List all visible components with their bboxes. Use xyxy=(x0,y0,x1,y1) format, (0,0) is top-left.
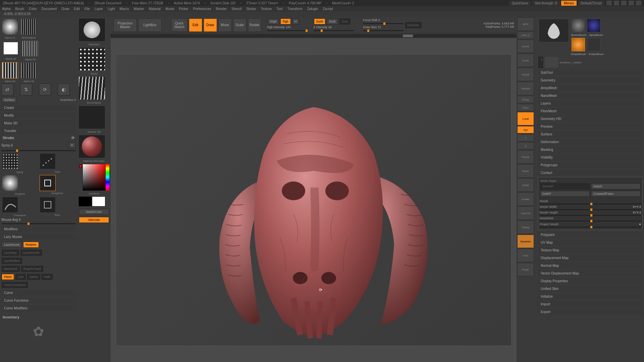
relative-button[interactable]: Relative xyxy=(23,242,39,248)
menu-marker[interactable]: Marker xyxy=(133,7,144,11)
preview-section[interactable]: Preview xyxy=(538,123,643,130)
hue-slider[interactable] xyxy=(106,164,109,191)
stroke-dragrect-thumb[interactable] xyxy=(40,175,56,191)
frame-button[interactable]: Frame xyxy=(517,150,534,164)
actual-button[interactable]: Actual xyxy=(517,68,534,81)
spherebrush-thumb[interactable] xyxy=(572,19,585,32)
swatch-black[interactable] xyxy=(78,196,92,206)
swatch-white[interactable] xyxy=(92,196,105,206)
curvemod-section[interactable]: Curve Modifiers xyxy=(1,305,76,311)
create-section[interactable]: Create xyxy=(1,105,76,111)
visibility-section[interactable]: Visibility xyxy=(538,154,643,161)
rgb-intensity-label[interactable]: Rgb Intensity 100 xyxy=(267,25,308,29)
displacementmap-section[interactable]: Displacement Map xyxy=(538,255,643,261)
polypaint-section[interactable]: Polypaint xyxy=(538,232,643,238)
make3d-section[interactable]: Make 3D xyxy=(1,120,76,126)
storemt-button[interactable]: StoreMT xyxy=(540,183,590,189)
trackcurv-button[interactable]: Track Curvature xyxy=(2,282,28,288)
zsub-button[interactable]: Zsub xyxy=(327,18,338,24)
lightbox-button[interactable]: LightBox xyxy=(138,18,162,32)
transp-button[interactable]: Transp xyxy=(517,221,534,234)
linefill-button[interactable]: Line Fill xyxy=(517,206,534,220)
morphdist-label[interactable]: MorphDist xyxy=(540,217,641,220)
menu-edit[interactable]: Edit xyxy=(74,7,80,11)
rotate-toolbar-button[interactable]: Rotate xyxy=(248,18,261,32)
polyf-button[interactable]: PolyF xyxy=(517,263,534,276)
zadd-button[interactable]: Zadd xyxy=(314,18,326,24)
dynamic-button[interactable]: Dynamic xyxy=(405,22,422,28)
menu-alpha[interactable]: Alpha xyxy=(2,7,11,11)
alpha-58-thumb[interactable] xyxy=(22,41,38,57)
quicksketch-button[interactable]: Quick Sketch xyxy=(171,18,187,32)
spix-button[interactable]: SPix 3 xyxy=(517,32,534,39)
lazysmooth-button[interactable]: LazySmooth xyxy=(20,250,42,256)
window-close-icon[interactable] xyxy=(636,1,641,5)
geometryhd-section[interactable]: Geometry HD xyxy=(538,116,643,122)
alpha-big-thumb[interactable] xyxy=(78,76,105,100)
inventory-header[interactable]: Inventory xyxy=(3,315,19,319)
menu-movie[interactable]: Movie xyxy=(165,7,174,11)
tool-workflow-thumb[interactable] xyxy=(539,19,569,42)
material-thumb[interactable] xyxy=(78,135,105,158)
lazyradius-button[interactable]: LazyRadius xyxy=(2,258,22,264)
layers-section[interactable]: Layers xyxy=(538,100,643,107)
move-button[interactable]: Move xyxy=(218,18,232,32)
flip-v-button[interactable]: ⇅ xyxy=(20,83,32,96)
menu-light[interactable]: Light xyxy=(108,7,115,11)
menu-draw[interactable]: Draw xyxy=(61,7,69,11)
surface-button[interactable]: Surface xyxy=(2,97,17,103)
scroll-button[interactable]: Scroll xyxy=(517,40,534,53)
dot-icon[interactable]: ● xyxy=(639,222,641,226)
persp-button[interactable]: Persp xyxy=(517,96,534,103)
alpha-59-thumb[interactable] xyxy=(21,62,37,78)
nav-scale-button[interactable]: Scale xyxy=(517,178,534,192)
draw-size-label[interactable]: Draw Size 71 xyxy=(363,25,404,29)
floor-button[interactable]: Floor xyxy=(517,104,534,111)
nav-rotate-button[interactable]: Rotate xyxy=(517,192,534,206)
menu-picker[interactable]: Picker xyxy=(179,7,189,11)
projection-master-button[interactable]: Projection Master xyxy=(113,18,137,32)
lazystep-button[interactable]: LazyStep xyxy=(2,250,19,256)
displayprops-section[interactable]: Display Properties xyxy=(538,278,643,284)
rgb-button[interactable]: Rgb xyxy=(280,18,291,24)
masking-section[interactable]: Masking xyxy=(538,146,643,153)
canvas-scrollbar-h[interactable] xyxy=(111,34,517,38)
focal-shift-label[interactable]: Focal Shift 0 xyxy=(363,18,404,22)
menu-file[interactable]: File xyxy=(85,7,90,11)
y-axis-button[interactable]: Y xyxy=(517,134,534,141)
arraymesh-section[interactable]: ArrayMesh xyxy=(538,85,643,91)
morphwidth-label[interactable]: Morph Width xyxy=(540,205,632,208)
draw-button[interactable]: Draw xyxy=(204,18,217,32)
stroke-dots-thumb[interactable] xyxy=(40,153,56,169)
alpha-28-thumb[interactable] xyxy=(3,42,18,55)
menu-document[interactable]: Document xyxy=(42,7,57,11)
polygroups-section[interactable]: Polygroups xyxy=(538,162,643,168)
menu-brush[interactable]: Brush xyxy=(15,7,24,11)
projectmorph-label[interactable]: Project Morph xyxy=(540,223,638,226)
stroke-spray-big-thumb[interactable] xyxy=(78,47,105,71)
deformation-section[interactable]: Deformation xyxy=(538,139,643,145)
menu-zscript[interactable]: Zscript xyxy=(323,7,333,11)
menu-texture[interactable]: Texture xyxy=(261,7,272,11)
color-mark-icon[interactable] xyxy=(79,165,82,168)
menu-color[interactable]: Color xyxy=(29,7,37,11)
zoom-button[interactable]: Zoom xyxy=(517,54,534,67)
delmt-button[interactable]: DelMT xyxy=(540,191,590,197)
eraserbrush-thumb[interactable] xyxy=(587,38,600,51)
menu-tool[interactable]: Tool xyxy=(276,7,282,11)
menus-button[interactable]: Menus xyxy=(561,1,577,6)
brush-standard-thumb[interactable] xyxy=(78,18,105,42)
solo-button[interactable]: Solo xyxy=(517,249,534,262)
texturemap-section[interactable]: Texture Map xyxy=(538,247,643,253)
z-axis-button[interactable]: Z xyxy=(517,142,534,149)
local-button[interactable]: Local xyxy=(517,112,534,125)
menu-macro[interactable]: Macro xyxy=(120,7,129,11)
menu-render[interactable]: Render xyxy=(216,7,227,11)
modify-section[interactable]: Modify xyxy=(1,112,76,119)
menu-zplugin[interactable]: Zplugin xyxy=(307,7,318,11)
normalmap-section[interactable]: Normal Map xyxy=(538,262,643,269)
color-picker[interactable] xyxy=(83,164,106,191)
menu-stroke[interactable]: Stroke xyxy=(246,7,256,11)
rotate-button[interactable]: ⟳ xyxy=(39,83,51,96)
gradient-label[interactable]: Gradient xyxy=(78,192,109,195)
